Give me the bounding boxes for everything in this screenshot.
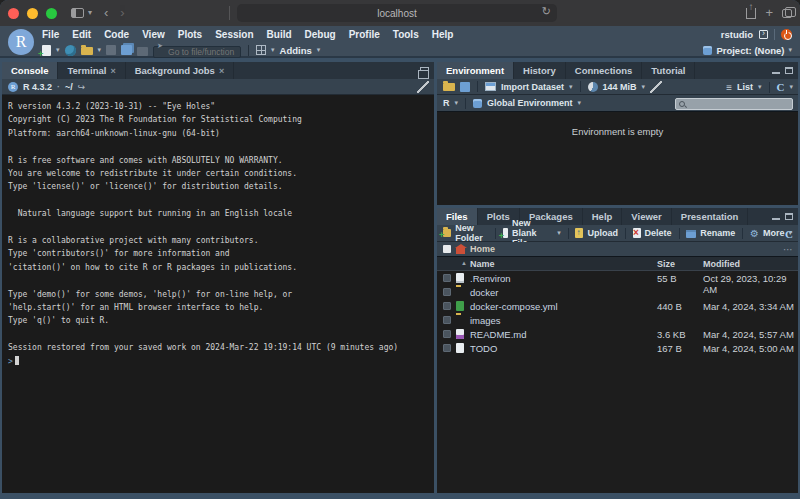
tab-environment[interactable]: Environment xyxy=(437,62,514,79)
save-icon[interactable] xyxy=(106,45,116,55)
maximize-pane-icon[interactable] xyxy=(785,213,793,220)
row-checkbox[interactable] xyxy=(443,274,451,282)
scope-caret-icon[interactable] xyxy=(578,99,582,107)
menu-session[interactable]: Session xyxy=(215,29,253,40)
import-dataset-button[interactable]: Import Dataset xyxy=(501,82,564,92)
scope-selector[interactable]: Global Environment xyxy=(487,98,573,108)
menu-build[interactable]: Build xyxy=(267,29,292,40)
memory-usage-label[interactable]: 144 MiB xyxy=(603,82,637,92)
zoom-window-button[interactable] xyxy=(46,8,57,19)
open-file-icon[interactable] xyxy=(81,47,93,55)
row-checkbox[interactable] xyxy=(443,344,451,352)
new-file-caret-icon[interactable] xyxy=(56,46,60,54)
pane-layout-grid-icon[interactable] xyxy=(256,45,266,55)
refresh-icon[interactable]: C xyxy=(777,81,785,93)
close-window-button[interactable] xyxy=(8,8,19,19)
memory-caret-icon[interactable] xyxy=(642,83,646,91)
tab-presentation[interactable]: Presentation xyxy=(672,208,749,225)
menu-help[interactable]: Help xyxy=(432,29,454,40)
home-icon[interactable] xyxy=(456,248,465,254)
print-icon[interactable] xyxy=(137,47,148,56)
select-all-checkbox[interactable] xyxy=(443,245,451,253)
table-row[interactable]: README.md 3.6 KB Mar 4, 2024, 5:57 AM xyxy=(437,327,798,341)
table-row[interactable]: docker-compose.yml 440 B Mar 4, 2024, 3:… xyxy=(437,299,798,313)
menu-profile[interactable]: Profile xyxy=(349,29,380,40)
file-name-link[interactable]: TODO xyxy=(470,343,497,354)
menu-debug[interactable]: Debug xyxy=(305,29,336,40)
path-more-icon[interactable] xyxy=(783,244,793,255)
import-dataset-caret-icon[interactable] xyxy=(569,83,573,91)
reload-icon[interactable] xyxy=(542,5,551,18)
list-view-button[interactable]: List xyxy=(737,82,753,92)
table-row[interactable]: .Renviron 55 B Oct 29, 2023, 10:29 AM xyxy=(437,271,798,285)
minimize-pane-icon[interactable] xyxy=(772,72,780,74)
load-workspace-icon[interactable] xyxy=(443,83,455,91)
sign-out-icon[interactable] xyxy=(759,30,768,39)
row-checkbox[interactable] xyxy=(443,330,451,338)
rename-button[interactable]: Rename xyxy=(686,228,735,238)
save-workspace-icon[interactable] xyxy=(460,82,470,92)
address-bar[interactable]: localhost xyxy=(237,4,557,22)
new-tab-icon[interactable] xyxy=(765,0,773,26)
file-name-link[interactable]: images xyxy=(470,315,501,326)
file-name-link[interactable]: docker-compose.yml xyxy=(470,301,558,312)
tab-history[interactable]: History xyxy=(514,62,566,79)
tab-tutorial[interactable]: Tutorial xyxy=(642,62,695,79)
column-header-name[interactable]: Name xyxy=(470,259,495,269)
forward-button[interactable] xyxy=(120,0,124,26)
menu-code[interactable]: Code xyxy=(104,29,129,40)
clear-environment-broom-icon[interactable] xyxy=(650,81,662,93)
refresh-icon[interactable]: C xyxy=(785,228,793,240)
table-row[interactable]: images xyxy=(437,313,798,327)
open-directory-icon[interactable] xyxy=(78,82,86,92)
addins-button[interactable]: Addins xyxy=(280,45,312,56)
language-selector[interactable]: R xyxy=(443,98,450,108)
maximize-pane-icon[interactable] xyxy=(785,67,793,74)
sort-ascending-icon[interactable] xyxy=(461,260,467,266)
file-name-link[interactable]: README.md xyxy=(470,329,526,340)
back-button[interactable] xyxy=(104,0,108,26)
path-home-label[interactable]: Home xyxy=(470,244,495,254)
pane-layout-caret-icon[interactable] xyxy=(271,46,275,54)
new-project-icon[interactable] xyxy=(65,45,76,56)
language-caret-icon[interactable] xyxy=(455,99,459,107)
close-icon[interactable] xyxy=(110,66,115,76)
tab-background-jobs[interactable]: Background Jobs xyxy=(126,62,235,79)
close-icon[interactable] xyxy=(219,66,224,76)
tab-viewer[interactable]: Viewer xyxy=(622,208,671,225)
file-name-link[interactable]: docker xyxy=(470,287,499,298)
goto-file-input[interactable] xyxy=(153,46,241,58)
restore-pane-icon[interactable] xyxy=(420,67,429,74)
row-checkbox[interactable] xyxy=(443,288,451,296)
upload-button[interactable]: Upload xyxy=(575,228,618,238)
import-dataset-icon[interactable] xyxy=(485,82,496,91)
menu-view[interactable]: View xyxy=(142,29,165,40)
minimize-window-button[interactable] xyxy=(27,8,38,19)
column-header-modified[interactable]: Modified xyxy=(703,259,740,269)
list-view-caret-icon[interactable] xyxy=(758,83,762,91)
table-row[interactable]: docker xyxy=(437,285,798,299)
power-icon[interactable] xyxy=(781,29,792,40)
console-prompt[interactable]: > xyxy=(8,355,434,368)
tabs-overview-icon[interactable] xyxy=(782,9,792,18)
clear-console-broom-icon[interactable] xyxy=(417,81,429,93)
addins-caret-icon[interactable] xyxy=(317,46,321,54)
open-file-caret-icon[interactable] xyxy=(98,46,102,54)
project-selector[interactable]: Project: (None) xyxy=(703,42,792,58)
working-directory-label[interactable]: ~/ xyxy=(65,82,73,92)
column-header-size[interactable]: Size xyxy=(657,259,675,269)
menu-tools[interactable]: Tools xyxy=(393,29,419,40)
row-checkbox[interactable] xyxy=(443,316,451,324)
tab-help[interactable]: Help xyxy=(583,208,623,225)
tab-console[interactable]: Console xyxy=(2,62,58,79)
environment-search-box[interactable] xyxy=(675,98,793,110)
tab-connections[interactable]: Connections xyxy=(566,62,643,79)
tab-terminal[interactable]: Terminal xyxy=(58,62,125,79)
menu-edit[interactable]: Edit xyxy=(72,29,91,40)
menu-plots[interactable]: Plots xyxy=(178,29,202,40)
table-row[interactable]: TODO 167 B Mar 4, 2024, 5:00 AM xyxy=(437,341,798,355)
share-icon[interactable] xyxy=(746,8,756,19)
save-all-icon[interactable] xyxy=(121,45,132,55)
sidebar-toggle-icon[interactable] xyxy=(71,8,84,18)
new-folder-button[interactable]: New Folder xyxy=(443,223,488,243)
